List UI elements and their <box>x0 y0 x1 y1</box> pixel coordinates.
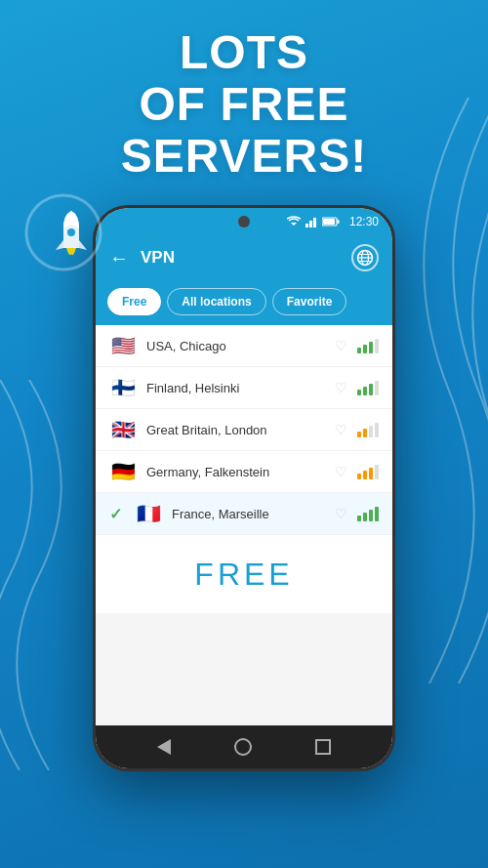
tab-bar: Free All locations Favorite <box>96 280 392 325</box>
hero-line1: Lots <box>180 26 308 78</box>
globe-button[interactable] <box>351 244 379 271</box>
recent-nav-button[interactable] <box>315 739 331 755</box>
signal-germany <box>357 464 379 479</box>
svg-rect-8 <box>323 219 335 225</box>
home-nav-button[interactable] <box>234 738 252 756</box>
server-list: 🇺🇸 USA, Chicago ♡ 🇫🇮 Finland, Helsinki ♡ <box>96 325 392 613</box>
tab-favorite[interactable]: Favorite <box>272 288 347 315</box>
flag-germany: 🇩🇪 <box>109 462 137 481</box>
signal-finland <box>357 380 379 395</box>
svg-marker-2 <box>291 223 297 226</box>
server-name-usa: USA, Chicago <box>146 339 325 353</box>
server-name-gb: Great Britain, London <box>146 423 325 437</box>
signal-gb <box>357 422 379 437</box>
status-time: 12:30 <box>349 215 379 228</box>
signal-france <box>357 506 379 521</box>
back-button[interactable]: ← <box>109 247 129 269</box>
svg-rect-7 <box>337 220 339 224</box>
server-name-finland: Finland, Helsinki <box>146 381 325 395</box>
server-item-usa[interactable]: 🇺🇸 USA, Chicago ♡ <box>96 325 392 367</box>
flag-france: 🇫🇷 <box>135 504 162 523</box>
server-name-france: France, Marseille <box>172 507 325 521</box>
svg-rect-4 <box>309 221 312 227</box>
phone-mockup: 12:30 ← VPN Free All locations Favorite <box>93 205 395 771</box>
svg-point-1 <box>67 228 75 236</box>
phone-camera <box>238 216 250 227</box>
server-item-gb[interactable]: 🇬🇧 Great Britain, London ♡ <box>96 409 392 451</box>
server-item-france[interactable]: ✓ 🇫🇷 France, Marseille ♡ <box>96 493 392 535</box>
favorite-germany[interactable]: ♡ <box>335 464 347 479</box>
phone-screen: 12:30 ← VPN Free All locations Favorite <box>96 208 392 768</box>
nav-title: VPN <box>141 248 340 268</box>
status-icons <box>287 216 340 227</box>
hero-section: Lots of free servers! <box>0 27 488 182</box>
favorite-usa[interactable]: ♡ <box>335 338 347 353</box>
hero-line3: servers! <box>121 130 368 182</box>
rocket-icon <box>24 193 102 271</box>
tab-all-locations[interactable]: All locations <box>167 288 265 315</box>
back-nav-button[interactable] <box>157 739 171 755</box>
selected-checkmark: ✓ <box>109 505 125 523</box>
flag-finland: 🇫🇮 <box>109 378 137 397</box>
server-item-germany[interactable]: 🇩🇪 Germany, Falkenstein ♡ <box>96 451 392 493</box>
signal-usa <box>357 338 379 353</box>
free-badge-section: FREE <box>96 535 392 613</box>
favorite-gb[interactable]: ♡ <box>335 422 347 437</box>
svg-rect-5 <box>313 218 316 227</box>
free-badge: FREE <box>194 557 293 593</box>
phone-bottom-nav <box>96 725 392 768</box>
flag-gb: 🇬🇧 <box>109 420 137 439</box>
server-name-germany: Germany, Falkenstein <box>146 465 325 479</box>
favorite-france[interactable]: ♡ <box>335 506 347 521</box>
hero-line2: of free <box>139 78 348 130</box>
svg-rect-3 <box>305 224 308 227</box>
tab-free[interactable]: Free <box>107 288 161 315</box>
favorite-finland[interactable]: ♡ <box>335 380 347 395</box>
top-nav: ← VPN <box>96 235 392 280</box>
server-item-finland[interactable]: 🇫🇮 Finland, Helsinki ♡ <box>96 367 392 409</box>
flag-usa: 🇺🇸 <box>109 336 137 355</box>
